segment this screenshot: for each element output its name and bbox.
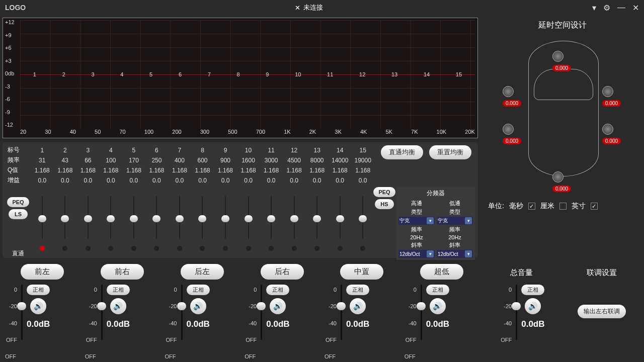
master-title: 总音量 (510, 268, 533, 278)
eq-slider-13[interactable] (305, 187, 329, 260)
eq-slider-3[interactable] (76, 187, 100, 260)
eq-slider-12[interactable] (283, 187, 306, 260)
mute-button[interactable]: 🔊 (350, 298, 366, 314)
mute-button[interactable]: 🔊 (30, 298, 46, 314)
channel-db: 0.0dB (187, 319, 210, 329)
master-slider[interactable] (516, 285, 517, 340)
reset-eq-button[interactable]: 重置均衡 (429, 145, 471, 159)
unit-ms[interactable]: 毫秒 (509, 202, 523, 211)
eq-slider-2[interactable] (54, 187, 77, 260)
peq2-button[interactable]: PEQ (373, 187, 395, 197)
bypass-label: 直通 (12, 249, 24, 260)
hp-label: 高通 (398, 200, 435, 207)
delay-title: 延时空间设计 (483, 20, 641, 31)
channel-slider[interactable] (261, 285, 262, 340)
eq-slider-15[interactable] (351, 187, 374, 260)
link-title: 联调设置 (587, 268, 617, 278)
speaker-top-center[interactable]: 0.000 (552, 51, 564, 71)
channel-db: 0.0dB (266, 319, 289, 329)
phase-button[interactable]: 正相 (107, 285, 130, 295)
eq-slider-4[interactable] (100, 187, 123, 260)
channels-area: 前左0-20-40OFF正相🔊0.0dBOFF前右0-20-40OFF正相🔊0.… (0, 261, 644, 362)
status-text: 未连接 (303, 3, 323, 12)
channel-slider[interactable] (101, 285, 103, 340)
hp-slope-select[interactable]: 12db/Oct▾ (398, 250, 435, 258)
unit-in-check[interactable] (591, 203, 598, 210)
channel-header[interactable]: 前右 (101, 264, 144, 280)
hs-button[interactable]: HS (375, 199, 394, 209)
phase-button[interactable]: 正相 (426, 285, 449, 295)
eq-slider-5[interactable] (122, 187, 145, 260)
lp-slope-select[interactable]: 12db/Oct▾ (437, 250, 473, 258)
channel-header[interactable]: 后右 (261, 264, 304, 280)
eq-slider-8[interactable] (191, 187, 214, 260)
speaker-bottom-center[interactable]: 0.000 (552, 171, 564, 192)
channel-header[interactable]: 后左 (181, 264, 224, 280)
lp-type-select[interactable]: 宁克▾ (437, 217, 473, 225)
output-link-button[interactable]: 输出左右联调 (578, 305, 626, 318)
speaker-left-upper[interactable]: 0.000 (503, 86, 514, 107)
channel-slider[interactable] (181, 285, 183, 340)
lp-freq-label: 频率 (437, 226, 473, 233)
eq-slider-7[interactable] (168, 187, 191, 260)
channel-db: 0.0dB (27, 319, 50, 329)
ls-button[interactable]: LS (9, 209, 28, 219)
car-body-outline (528, 41, 599, 176)
eq-table: 标号123456789101112131415频率314366100170250… (6, 145, 374, 185)
eq-slider-10[interactable] (237, 187, 260, 260)
master-volume: 总音量0-20-40OFF正相🔊0.0dB (484, 264, 560, 359)
master-phase-button[interactable]: 正相 (521, 285, 544, 295)
off-label: OFF (324, 353, 336, 359)
eq-slider-11[interactable] (260, 187, 283, 260)
eq-slider-6[interactable] (145, 187, 169, 260)
off-label: OFF (404, 353, 416, 359)
menu-icon[interactable]: ▾ (592, 3, 596, 13)
lp-freq-value: 20Hz (437, 234, 473, 240)
channel-db: 0.0dB (346, 319, 369, 329)
phase-button[interactable]: 正相 (346, 285, 369, 295)
mute-button[interactable]: 🔊 (110, 298, 126, 314)
eq-panel: 标号123456789101112131415频率314366100170250… (3, 142, 478, 258)
mute-button[interactable]: 🔊 (430, 298, 446, 314)
mute-button[interactable]: 🔊 (190, 298, 206, 314)
phase-button[interactable]: 正相 (27, 285, 50, 295)
bypass-eq-button[interactable]: 直通均衡 (381, 145, 423, 159)
eq-slider-9[interactable] (214, 187, 237, 260)
hp-freq-label: 频率 (398, 226, 435, 233)
speaker-right-upper[interactable]: 0.000 (602, 86, 613, 107)
off-label: OFF (244, 353, 256, 359)
channel-slider[interactable] (21, 285, 23, 340)
unit-label: 单位: (488, 202, 504, 211)
channel-slider[interactable] (421, 285, 422, 340)
eq-slider-1[interactable] (31, 187, 54, 260)
gear-icon[interactable]: ⚙ (603, 3, 610, 13)
unit-cm-check[interactable] (559, 203, 567, 210)
master-db: 0.0dB (521, 319, 544, 329)
channel-slider[interactable] (341, 285, 342, 340)
mute-button[interactable]: 🔊 (270, 298, 286, 314)
peq-button[interactable]: PEQ (7, 197, 29, 207)
hp-type-select[interactable]: 宁克▾ (398, 217, 435, 225)
channel: 超低0-20-40OFF正相🔊0.0dBOFF (404, 264, 480, 359)
channel-header[interactable]: 中置 (340, 264, 383, 280)
close-icon[interactable]: ✕ (632, 3, 639, 13)
band-numbers: 123456789101112131415 (20, 71, 475, 77)
master-mute-button[interactable]: 🔊 (525, 298, 541, 314)
channel-header[interactable]: 前左 (21, 264, 64, 280)
eq-slider-14[interactable] (329, 187, 352, 260)
eq-graph[interactable]: +12+9+6+30db-3-6-9-12 123456789101112131… (3, 18, 478, 138)
unit-cm[interactable]: 厘米 (540, 202, 554, 211)
channel-header[interactable]: 超低 (420, 264, 463, 280)
minimize-icon[interactable]: — (617, 3, 625, 12)
logo: LOGO (5, 4, 26, 12)
phase-button[interactable]: 正相 (187, 285, 210, 295)
x-axis-ticks: 20304050701002003005007001K2K3K4K5K7K10K… (20, 129, 475, 138)
phase-button[interactable]: 正相 (266, 285, 289, 295)
lp-label: 低通 (437, 200, 473, 207)
speaker-right-lower[interactable]: 0.000 (602, 124, 613, 144)
channel: 中置0-20-40OFF正相🔊0.0dBOFF (324, 264, 400, 359)
lp-type-label: 类型 (437, 208, 473, 216)
unit-ms-check[interactable] (528, 203, 535, 210)
speaker-left-lower[interactable]: 0.000 (503, 124, 514, 144)
unit-in[interactable]: 英寸 (572, 202, 586, 211)
